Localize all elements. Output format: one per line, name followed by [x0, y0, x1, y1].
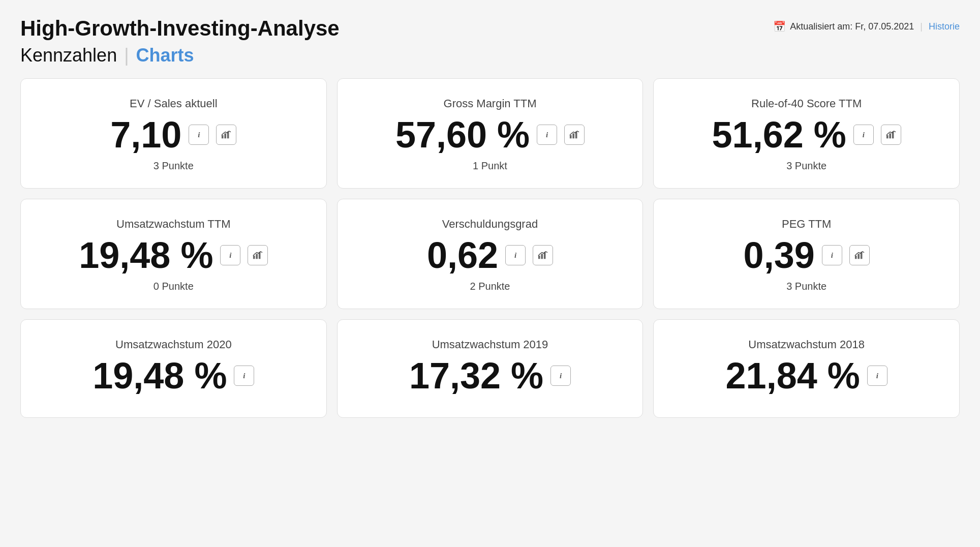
svg-rect-12	[538, 256, 540, 259]
info-icon-4: i	[229, 251, 231, 260]
card-value-5: 0,62	[427, 237, 498, 274]
info-button-3[interactable]: i	[853, 125, 874, 145]
update-info: 📅 Aktualisiert am: Fr, 07.05.2021 | Hist…	[773, 20, 960, 33]
card-value-row-4: 19,48 % i	[79, 237, 268, 274]
card-label-6: PEG TTM	[782, 218, 831, 231]
info-icon-9: i	[876, 372, 878, 380]
card-label-7: Umsatzwachstum 2020	[115, 338, 232, 351]
card-umsatz-2020: Umsatzwachstum 2020 19,48 % i	[20, 319, 327, 418]
cards-row-2: Umsatzwachstum TTM 19,48 % i 0 Punkte Ve…	[20, 199, 960, 309]
card-value-row-1: 7,10 i	[110, 116, 236, 153]
card-rule-of-40: Rule-of-40 Score TTM 51,62 % i 3 Punkte	[653, 78, 960, 189]
card-ev-sales: EV / Sales aktuell 7,10 i 3 Punkte	[20, 78, 327, 189]
chart-button-4[interactable]	[248, 245, 268, 265]
card-value-row-9: 21,84 % i	[726, 357, 887, 394]
chart-icon-1	[221, 130, 231, 139]
page-header: High-Growth-Investing-Analyse 📅 Aktualis…	[20, 16, 960, 41]
info-button-7[interactable]: i	[234, 366, 254, 386]
card-label-4: Umsatzwachstum TTM	[116, 218, 231, 231]
update-label: Aktualisiert am: Fr, 07.05.2021	[790, 21, 914, 32]
info-icon-2: i	[546, 131, 548, 139]
svg-rect-0	[222, 135, 224, 138]
info-button-8[interactable]: i	[550, 366, 571, 386]
card-label-3: Rule-of-40 Score TTM	[751, 97, 862, 110]
title-separator: |	[124, 45, 134, 66]
card-label-5: Verschuldungsgrad	[442, 218, 538, 231]
historie-link[interactable]: Historie	[929, 21, 960, 32]
card-verschuldungsgrad: Verschuldungsgrad 0,62 i 2 Punkte	[337, 199, 644, 309]
chart-icon-6	[854, 251, 865, 260]
svg-rect-10	[256, 254, 258, 259]
info-icon-3: i	[863, 131, 865, 139]
separator: |	[920, 21, 923, 32]
info-icon-7: i	[243, 372, 245, 380]
card-value-6: 0,39	[744, 237, 815, 274]
card-value-row-6: 0,39 i	[744, 237, 870, 274]
info-icon-8: i	[560, 372, 562, 380]
info-button-5[interactable]: i	[505, 245, 526, 265]
card-umsatz-2018: Umsatzwachstum 2018 21,84 % i	[653, 319, 960, 418]
card-value-3: 51,62 %	[712, 116, 846, 153]
svg-rect-4	[572, 134, 574, 139]
card-value-9: 21,84 %	[726, 357, 860, 394]
card-points-3: 3 Punkte	[786, 160, 826, 172]
section-title: Kennzahlen | Charts	[20, 45, 960, 66]
cards-row-3: Umsatzwachstum 2020 19,48 % i Umsatzwach…	[20, 319, 960, 418]
svg-rect-9	[253, 256, 255, 259]
chart-button-5[interactable]	[533, 245, 553, 265]
card-label-9: Umsatzwachstum 2018	[748, 338, 865, 351]
svg-rect-13	[541, 254, 543, 259]
kennzahlen-label: Kennzahlen	[20, 45, 117, 66]
card-umsatz-2019: Umsatzwachstum 2019 17,32 % i	[337, 319, 644, 418]
svg-rect-1	[225, 134, 227, 139]
info-icon-6: i	[831, 251, 833, 260]
card-points-1: 3 Punkte	[154, 160, 194, 172]
calendar-icon: 📅	[773, 20, 786, 33]
card-value-2: 57,60 %	[395, 116, 530, 153]
chart-button-3[interactable]	[881, 125, 901, 145]
card-points-2: 1 Punkt	[473, 160, 507, 172]
card-value-row-7: 19,48 % i	[93, 357, 254, 394]
chart-icon-5	[538, 251, 548, 260]
svg-rect-7	[889, 134, 891, 139]
chart-button-6[interactable]	[849, 245, 870, 265]
card-points-6: 3 Punkte	[786, 281, 826, 292]
card-value-4: 19,48 %	[79, 237, 213, 274]
chart-icon-4	[253, 251, 263, 260]
card-value-7: 19,48 %	[93, 357, 227, 394]
info-icon-5: i	[514, 251, 516, 260]
info-icon-1: i	[198, 131, 200, 139]
charts-label: Charts	[136, 45, 194, 66]
svg-rect-16	[858, 254, 860, 259]
svg-rect-6	[886, 135, 889, 138]
info-button-4[interactable]: i	[220, 245, 240, 265]
card-value-row-5: 0,62 i	[427, 237, 553, 274]
cards-row-1: EV / Sales aktuell 7,10 i 3 Punkte Gross…	[20, 78, 960, 189]
page-title: High-Growth-Investing-Analyse	[20, 16, 340, 41]
card-value-1: 7,10	[110, 116, 181, 153]
chart-button-1[interactable]	[216, 125, 236, 145]
chart-icon-3	[886, 130, 896, 139]
card-label-2: Gross Margin TTM	[444, 97, 537, 110]
info-button-6[interactable]: i	[822, 245, 842, 265]
card-gross-margin: Gross Margin TTM 57,60 % i 1 Punkt	[337, 78, 644, 189]
svg-rect-3	[570, 135, 572, 138]
card-value-8: 17,32 %	[409, 357, 543, 394]
card-points-4: 0 Punkte	[154, 281, 194, 292]
card-value-row-3: 51,62 % i	[712, 116, 901, 153]
card-value-row-8: 17,32 % i	[409, 357, 571, 394]
card-points-5: 2 Punkte	[470, 281, 510, 292]
info-button-2[interactable]: i	[537, 125, 557, 145]
card-value-row-2: 57,60 % i	[395, 116, 585, 153]
chart-button-2[interactable]	[564, 125, 585, 145]
chart-icon-2	[569, 130, 579, 139]
card-peg-ttm: PEG TTM 0,39 i 3 Punkte	[653, 199, 960, 309]
card-label-8: Umsatzwachstum 2019	[432, 338, 548, 351]
info-button-9[interactable]: i	[867, 366, 887, 386]
card-label-1: EV / Sales aktuell	[130, 97, 217, 110]
card-umsatz-ttm: Umsatzwachstum TTM 19,48 % i 0 Punkte	[20, 199, 327, 309]
svg-rect-15	[855, 256, 857, 259]
info-button-1[interactable]: i	[189, 125, 209, 145]
